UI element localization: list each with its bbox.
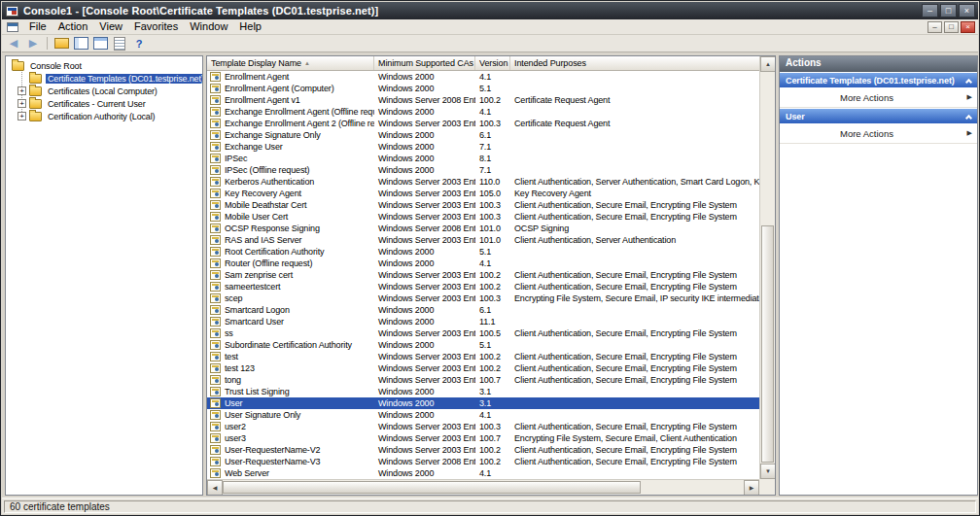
menu-action[interactable]: Action — [52, 19, 94, 34]
more-actions-certificate-templates[interactable]: More Actions ▶ — [780, 87, 977, 108]
cell-template-display-name: Router (Offline request) — [207, 258, 374, 268]
menu-window[interactable]: Window — [184, 19, 233, 34]
maximize-button[interactable]: □ — [940, 4, 957, 17]
table-row[interactable]: ssWindows Server 2003 Ent...100.5Client … — [207, 327, 759, 339]
vertical-scroll-thumb[interactable] — [761, 225, 774, 463]
tree-item[interactable]: +Certificates - Current User — [6, 97, 202, 110]
scroll-left-button[interactable]: ◀ — [207, 480, 223, 496]
scroll-down-button[interactable]: ▼ — [760, 464, 776, 479]
horizontal-scrollbar[interactable]: ◀ ▶ — [207, 479, 759, 495]
child-minimize-button[interactable]: – — [928, 21, 942, 33]
tree-item[interactable]: Certificate Templates (DC01.testprise.ne… — [6, 72, 202, 85]
expand-plus-icon[interactable]: + — [18, 99, 26, 108]
up-level-icon[interactable] — [53, 36, 69, 51]
table-row[interactable]: Smartcard UserWindows 200011.1 — [207, 316, 759, 327]
column-header-minimum-supported-cas[interactable]: Minimum Supported CAs — [374, 56, 475, 70]
new-window-icon[interactable] — [92, 36, 108, 51]
menu-help[interactable]: Help — [233, 19, 267, 34]
more-actions-user[interactable]: More Actions ▶ — [780, 123, 977, 144]
show-hide-tree-icon[interactable] — [73, 36, 88, 51]
table-row[interactable]: Root Certification AuthorityWindows 2000… — [207, 246, 759, 258]
menu-view[interactable]: View — [93, 19, 128, 34]
cell-minimum-supported-ca: Windows Server 2003 Ent... — [374, 119, 475, 128]
tree-item-label: Certificates - Current User — [46, 99, 147, 109]
cell-template-display-name: Sam zenprise cert — [207, 270, 374, 280]
tree-item-label: Console Root — [28, 61, 84, 71]
cell-version: 100.3 — [475, 119, 510, 128]
expand-plus-icon[interactable]: + — [18, 86, 26, 95]
table-row[interactable]: Exchange Signature OnlyWindows 20006.1 — [207, 129, 759, 141]
more-actions-label: More Actions — [840, 128, 893, 139]
column-header-version[interactable]: Version — [475, 56, 510, 70]
table-row[interactable]: User Signature OnlyWindows 20004.1 — [207, 409, 759, 421]
table-row[interactable]: User-RequesterName-V2Windows Server 2003… — [207, 444, 759, 456]
menu-favorites[interactable]: Favorites — [128, 19, 184, 34]
table-row[interactable]: test 123Windows Server 2003 Ent...100.2C… — [207, 362, 759, 374]
table-row[interactable]: User-RequesterName-V3Windows Server 2008… — [207, 456, 759, 467]
table-row[interactable]: user2Windows Server 2003 Ent...100.3Clie… — [207, 421, 759, 432]
collapse-chevron-icon[interactable] — [965, 114, 972, 120]
tree-item[interactable]: +Certificates (Local Computer) — [6, 85, 202, 97]
back-icon[interactable]: ◀ — [6, 36, 21, 51]
cell-intended-purposes: Client Authentication, Secure Email, Enc… — [510, 422, 759, 431]
minimize-button[interactable]: – — [922, 4, 938, 17]
table-row[interactable]: tongWindows Server 2003 Ent...100.7Clien… — [207, 374, 759, 386]
horizontal-scroll-thumb[interactable] — [223, 481, 641, 494]
certificate-template-icon — [210, 224, 221, 233]
tree-item-label: Certificate Templates (DC01.testprise.ne… — [46, 74, 203, 84]
table-row[interactable]: user3Windows Server 2003 Ent...100.7Encr… — [207, 432, 759, 444]
table-row[interactable]: testWindows Server 2003 Ent...100.2Clien… — [207, 351, 759, 362]
export-list-icon[interactable] — [112, 36, 127, 51]
close-button[interactable]: × — [959, 4, 975, 17]
table-row[interactable]: Trust List SigningWindows 20003.1 — [207, 386, 759, 397]
cell-minimum-supported-ca: Windows Server 2008 Ent... — [374, 457, 475, 466]
vertical-scrollbar[interactable]: ▲ ▼ — [759, 56, 775, 479]
forward-icon[interactable]: ▶ — [25, 36, 41, 51]
table-row[interactable]: Smartcard LogonWindows 20006.1 — [207, 304, 759, 316]
tree-item[interactable]: +Certification Authority (Local) — [6, 110, 202, 122]
table-row[interactable]: Subordinate Certification AuthorityWindo… — [207, 339, 759, 351]
scroll-up-button[interactable]: ▲ — [760, 56, 776, 72]
child-close-button[interactable]: × — [961, 21, 975, 33]
tree-item-console-root[interactable]: Console Root — [6, 59, 202, 72]
certificate-template-icon — [210, 282, 221, 292]
table-row[interactable]: Kerberos AuthenticationWindows Server 20… — [207, 176, 759, 188]
certificate-template-icon — [210, 433, 221, 443]
cell-minimum-supported-ca: Windows 2000 — [374, 142, 475, 152]
table-row[interactable]: Enrollment Agent (Computer)Windows 20005… — [207, 83, 759, 94]
child-restore-button[interactable]: □ — [944, 21, 959, 33]
table-row[interactable]: RAS and IAS ServerWindows Server 2003 En… — [207, 234, 759, 246]
table-row[interactable]: Exchange Enrollment Agent 2 (Offline req… — [207, 118, 759, 129]
table-row[interactable]: Web ServerWindows 20004.1 — [207, 467, 759, 479]
table-row[interactable]: sameertestcertWindows Server 2003 Ent...… — [207, 281, 759, 292]
collapse-chevron-icon[interactable] — [965, 78, 972, 85]
cell-version: 100.3 — [475, 422, 510, 431]
table-row[interactable]: Sam zenprise certWindows Server 2003 Ent… — [207, 269, 759, 281]
expand-plus-icon[interactable]: + — [18, 112, 26, 120]
table-row[interactable]: scepWindows Server 2003 Ent...100.3Encry… — [207, 292, 759, 304]
table-row[interactable]: UserWindows 20003.1 — [207, 397, 759, 409]
menu-file[interactable]: File — [23, 19, 52, 34]
table-row[interactable]: Exchange Enrollment Agent (Offline reque… — [207, 106, 759, 118]
help-icon[interactable]: ? — [131, 36, 147, 51]
column-header-template-display-name[interactable]: Template Display Name ▲ — [207, 56, 374, 70]
table-row[interactable]: Key Recovery AgentWindows Server 2003 En… — [207, 188, 759, 199]
table-row[interactable]: Mobile Deathstar CertWindows Server 2003… — [207, 199, 759, 211]
scroll-right-button[interactable]: ▶ — [744, 480, 759, 496]
cell-minimum-supported-ca: Windows Server 2003 Ent... — [374, 293, 475, 303]
column-header-intended-purposes[interactable]: Intended Purposes — [510, 56, 759, 70]
table-row[interactable]: IPSec (Offline request)Windows 20007.1 — [207, 164, 759, 176]
table-row[interactable]: IPSecWindows 20008.1 — [207, 153, 759, 164]
table-row[interactable]: Mobile User CertWindows Server 2003 Ent.… — [207, 211, 759, 223]
table-row[interactable]: Enrollment Agent v1Windows Server 2008 E… — [207, 94, 759, 106]
table-row[interactable]: OCSP Response SigningWindows Server 2008… — [207, 223, 759, 234]
table-row[interactable]: Enrollment AgentWindows 20004.1 — [207, 71, 759, 83]
table-row[interactable]: Router (Offline request)Windows 20004.1 — [207, 258, 759, 269]
actions-section-user[interactable]: User — [780, 108, 977, 123]
cell-intended-purposes: Client Authentication, Secure Email, Enc… — [510, 200, 759, 210]
cell-version: 100.3 — [475, 200, 510, 210]
table-row[interactable]: Exchange UserWindows 20007.1 — [207, 141, 759, 153]
cell-template-display-name: Exchange User — [207, 142, 374, 152]
cell-template-display-name: IPSec — [207, 154, 374, 163]
actions-section-certificate-templates[interactable]: Certificate Templates (DC01.testprise.ne… — [780, 72, 977, 87]
